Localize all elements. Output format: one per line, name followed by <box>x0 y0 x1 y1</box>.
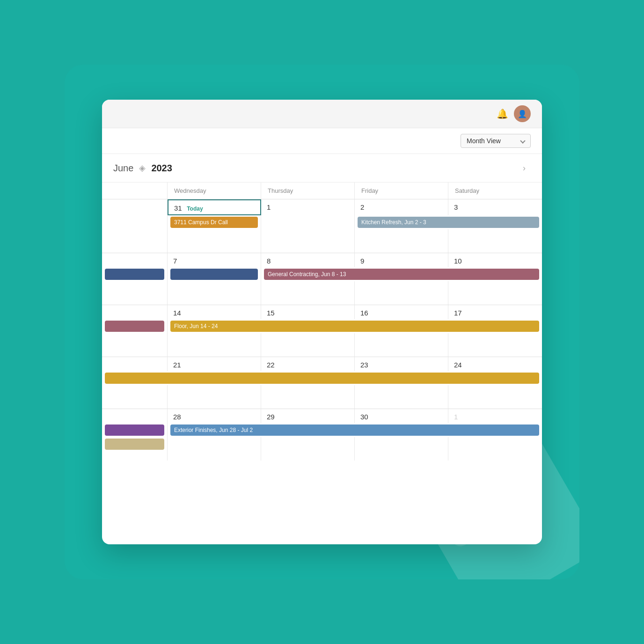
week5-events-1: Exterior Finishes, Jun 28 - Jul 2 <box>102 423 542 437</box>
w2s3 <box>355 281 448 305</box>
avatar[interactable]: 👤 <box>514 105 531 122</box>
date-1: 1 <box>267 203 271 211</box>
date-29: 29 <box>267 413 275 421</box>
view-select-label: Month View <box>467 137 517 145</box>
date-30: 30 <box>360 413 368 421</box>
date-28: 28 <box>173 413 181 421</box>
day-cell-jun10[interactable]: 10 <box>448 253 542 267</box>
w2s1 <box>168 281 261 305</box>
week1-left-events <box>102 215 168 229</box>
day-cell-jun15[interactable]: 15 <box>261 305 355 319</box>
date-10: 10 <box>454 257 462 265</box>
week3-gold-event: Floor, Jun 14 - 24 <box>168 319 542 333</box>
event-campus-call[interactable]: 3711 Campus Dr Call <box>170 217 258 228</box>
week2-left-cell <box>102 253 168 267</box>
day-cell-jul1[interactable]: 1 <box>448 409 542 423</box>
day-cell-jun24[interactable]: 24 <box>448 357 542 371</box>
w4s4 <box>448 385 542 409</box>
event-kitchen-refresh[interactable]: Kitchen Refresh, Jun 2 - 3 <box>358 217 539 228</box>
event-tan-left <box>105 439 164 450</box>
top-bar: 🔔 👤 <box>102 100 542 128</box>
week4-gold-event <box>102 371 542 385</box>
app-window: 🔔 👤 Month View June ◈ 2023 › Wednesday T… <box>102 100 542 544</box>
bell-icon[interactable]: 🔔 <box>497 108 508 119</box>
week1-fri-sat-event: Kitchen Refresh, Jun 2 - 3 <box>355 215 542 229</box>
chevron-down-icon <box>520 138 525 143</box>
day-cell-jun30[interactable]: 30 <box>355 409 448 423</box>
day-cell-jun17[interactable]: 17 <box>448 305 542 319</box>
calendar-header: June ◈ 2023 › <box>102 154 542 183</box>
day-headers-row: Wednesday Thursday Friday Saturday <box>102 183 542 199</box>
day-cell-jun14[interactable]: 14 <box>168 305 261 319</box>
week2-wed-bar <box>168 267 261 281</box>
event-general-contracting[interactable]: General Contracting, Jun 8 - 13 <box>264 269 539 280</box>
date-9: 9 <box>360 257 364 265</box>
w4s3 <box>355 385 448 409</box>
day-cell-jun3[interactable]: 3 <box>448 199 542 215</box>
w3s3 <box>355 333 448 357</box>
week1-events: 3711 Campus Dr Call Kitchen Refresh, Jun… <box>102 215 542 229</box>
day-header-wednesday: Wednesday <box>168 183 261 199</box>
date-31: 31 <box>174 204 182 212</box>
day-cell-jun9[interactable]: 9 <box>355 253 448 267</box>
week1-dates: 31 Today 1 2 3 <box>102 199 542 215</box>
date-23: 23 <box>360 361 368 369</box>
week5-events-2 <box>102 437 542 451</box>
calendar-grid: Wednesday Thursday Friday Saturday 31 To… <box>102 183 542 461</box>
date-2: 2 <box>360 203 364 211</box>
separator: ◈ <box>139 163 146 173</box>
w3s1 <box>168 333 261 357</box>
week5-left-purple <box>102 423 168 437</box>
week1-spacer <box>102 229 542 253</box>
event-floor[interactable]: Floor, Jun 14 - 24 <box>170 321 539 332</box>
week5-spacer <box>102 451 542 461</box>
week3-events: Floor, Jun 14 - 24 <box>102 319 542 333</box>
w5e3 <box>355 437 448 451</box>
w1s1 <box>168 229 261 253</box>
w1s2 <box>261 229 355 253</box>
month-label: June <box>113 163 133 174</box>
next-month-arrow[interactable]: › <box>518 161 531 175</box>
w1s0 <box>102 229 168 253</box>
day-cell-jun23[interactable]: 23 <box>355 357 448 371</box>
year-label: 2023 <box>151 163 172 174</box>
w2s0 <box>102 281 168 305</box>
week2-spacer <box>102 281 542 305</box>
date-jul1: 1 <box>454 413 458 421</box>
day-cell-jun28[interactable]: 28 <box>168 409 261 423</box>
day-cell-jun21[interactable]: 21 <box>168 357 261 371</box>
day-header-thursday: Thursday <box>261 183 355 199</box>
day-cell-jun29[interactable]: 29 <box>261 409 355 423</box>
day-cell-31[interactable]: 31 Today <box>168 199 261 215</box>
week2-mauve-event: General Contracting, Jun 8 - 13 <box>261 267 542 281</box>
day-cell-jun2[interactable]: 2 <box>355 199 448 215</box>
week4-events <box>102 371 542 385</box>
week-row-1: 31 Today 1 2 3 <box>102 199 542 253</box>
date-16: 16 <box>360 309 368 317</box>
w5s4 <box>448 451 542 461</box>
w4s0 <box>102 385 168 409</box>
w5e4 <box>448 437 542 451</box>
event-exterior-finishes[interactable]: Exterior Finishes, Jun 28 - Jul 2 <box>170 424 539 436</box>
date-14: 14 <box>173 309 181 317</box>
day-cell-jun1[interactable]: 1 <box>261 199 355 215</box>
day-header-saturday: Saturday <box>448 183 542 199</box>
day-cell-jun16[interactable]: 16 <box>355 305 448 319</box>
date-21: 21 <box>173 361 181 369</box>
week-row-5: 28 29 30 1 <box>102 409 542 461</box>
week3-spacer <box>102 333 542 357</box>
w1s4 <box>448 229 542 253</box>
w3s0 <box>102 333 168 357</box>
view-select-dropdown[interactable]: Month View <box>461 134 531 148</box>
w5e2 <box>261 437 355 451</box>
day-cell-jun22[interactable]: 22 <box>261 357 355 371</box>
day-cell-jun7[interactable]: 7 <box>168 253 261 267</box>
week4-dates: 21 22 23 24 <box>102 357 542 371</box>
event-floor-cont[interactable] <box>105 373 539 384</box>
date-8: 8 <box>267 257 271 265</box>
w5e1 <box>168 437 261 451</box>
day-cell-jun8[interactable]: 8 <box>261 253 355 267</box>
week3-left-mauve <box>102 319 168 333</box>
week2-events: General Contracting, Jun 8 - 13 <box>102 267 542 281</box>
week-row-2: 7 8 9 10 <box>102 253 542 305</box>
